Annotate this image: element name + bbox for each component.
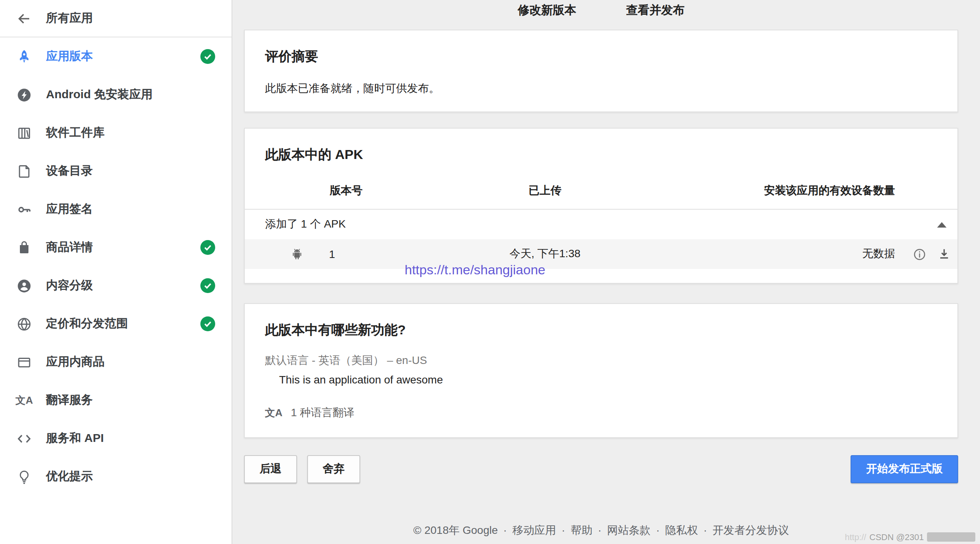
whats-new-title: 此版本中有哪些新功能? [265,321,937,339]
sidebar-item-label: 应用版本 [46,49,200,64]
lightning-icon [16,86,33,103]
review-summary-text: 此版本已准备就绪，随时可供发布。 [265,82,937,96]
sidebar-item-label: 应用签名 [46,202,222,217]
info-icon[interactable] [913,247,926,261]
apk-group-row[interactable]: 添加了 1 个 APK [245,210,957,239]
sidebar-item-label: 应用内商品 [46,355,222,369]
sidebar-item-app-releases[interactable]: 应用版本 [0,37,232,76]
sidebar-item-services-apis[interactable]: 服务和 API [0,419,232,457]
apk-devices-value: 无数据 [642,247,957,261]
sidebar-item-label: 定价和分发范围 [46,316,200,331]
tab-edit-release[interactable]: 修改新版本 [518,3,576,18]
check-icon [200,240,215,255]
sidebar-item-label: 翻译服务 [46,393,222,408]
key-icon [16,201,33,218]
column-header-version: 版本号 [245,184,448,198]
main-content: 修改新版本 查看并发布 评价摘要 此版本已准备就绪，随时可供发布。 此版本中的 … [232,0,980,544]
sidebar-item-artifact-library[interactable]: 软件工件库 [0,114,232,152]
action-bar: 后退 舍弃 开始发布正式版 [244,455,958,483]
apk-table-row: 1 今天, 下午1:38 无数据 [245,239,957,269]
apk-card: 此版本中的 APK 版本号 已上传 安装该应用的有效设备数量 添加了 1 个 A… [244,128,958,284]
column-header-uploaded: 已上传 [448,184,642,198]
apk-version-value: 1 [329,248,335,260]
sidebar-back-all-apps[interactable]: 所有应用 [0,0,232,37]
sidebar-item-label: 商品详情 [46,240,200,255]
store-icon [16,239,33,256]
translations-count-label: 1 种语言翻译 [291,406,354,420]
footer-link-mobile-app[interactable]: 移动应用 [498,524,556,536]
release-notes-text: This is an application of awesome [265,373,937,386]
check-icon [200,49,215,64]
sidebar-item-content-rating[interactable]: 内容分级 [0,267,232,305]
translations-row[interactable]: 文A 1 种语言翻译 [265,404,937,422]
sidebar-item-label: 软件工件库 [46,125,222,140]
whats-new-card: 此版本中有哪些新功能? 默认语言 - 英语（美国） – en-US This i… [244,303,958,438]
discard-button[interactable]: 舍弃 [307,455,360,483]
sidebar: 所有应用 应用版本 Android 免安装应用 软件工件库 设备目 [0,0,232,544]
sidebar-item-optimization-tips[interactable]: 优化提示 [0,457,232,496]
review-summary-card: 评价摘要 此版本已准备就绪，随时可供发布。 [244,30,958,112]
sidebar-item-label: Android 免安装应用 [46,87,222,102]
tab-review-publish[interactable]: 查看并发布 [626,3,685,18]
android-robot-icon [290,247,304,261]
card-icon [16,353,33,371]
footer-link-distribution-agreement[interactable]: 开发者分发协议 [698,524,789,536]
check-icon [200,278,215,293]
apk-uploaded-value: 今天, 下午1:38 [448,247,642,261]
play-console-release-page: 所有应用 应用版本 Android 免安装应用 软件工件库 设备目 [0,0,980,544]
person-icon [16,277,33,294]
back-button[interactable]: 后退 [244,455,297,483]
translate-icon: 文A [265,404,282,422]
device-catalog-icon [16,162,33,180]
library-icon [16,124,33,141]
translate-icon: 文A [16,392,33,409]
rocket-icon [16,48,33,65]
apk-group-label: 添加了 1 个 APK [265,217,346,231]
sidebar-item-label: 设备目录 [46,164,222,178]
code-brackets-icon [16,430,33,447]
apk-card-title: 此版本中的 APK [265,146,937,164]
footer-link-terms[interactable]: 网站条款 [593,524,651,536]
sidebar-item-pricing-distribution[interactable]: 定价和分发范围 [0,305,232,343]
sidebar-item-instant-apps[interactable]: Android 免安装应用 [0,76,232,114]
sidebar-item-app-signing[interactable]: 应用签名 [0,190,232,228]
default-language-label: 默认语言 - 英语（美国） – en-US [265,354,937,368]
sidebar-item-label: 内容分级 [46,278,200,293]
download-icon[interactable] [937,247,951,261]
release-step-tabs: 修改新版本 查看并发布 [244,0,958,22]
sidebar-back-label: 所有应用 [46,11,93,26]
check-icon [200,316,215,331]
back-arrow-icon [16,10,33,27]
sidebar-item-label: 优化提示 [46,469,222,484]
collapse-arrow-icon[interactable] [937,222,946,227]
footer-copyright: © 2018年 Google [413,524,498,536]
apk-table-header: 版本号 已上传 安装该应用的有效设备数量 [245,172,957,210]
csdn-watermark-highlight [927,532,975,542]
sidebar-item-label: 服务和 API [46,431,222,446]
sidebar-item-device-catalog[interactable]: 设备目录 [0,152,232,190]
sidebar-item-in-app-products[interactable]: 应用内商品 [0,343,232,381]
rollout-button[interactable]: 开始发布正式版 [851,455,958,483]
lightbulb-icon [16,468,33,485]
globe-icon [16,315,33,332]
telegram-watermark-link[interactable]: https://t.me/shangjiaone [405,263,545,278]
csdn-watermark-prefix: http:// [845,532,866,542]
review-summary-title: 评价摘要 [265,48,937,65]
sidebar-item-translation-service[interactable]: 文A 翻译服务 [0,381,232,419]
sidebar-item-store-listing[interactable]: 商品详情 [0,228,232,267]
footer-link-privacy[interactable]: 隐私权 [651,524,698,536]
csdn-watermark-text: CSDN @2301 [869,532,924,542]
csdn-watermark: http:// CSDN @2301 [845,532,975,542]
footer-link-help[interactable]: 帮助 [556,524,592,536]
column-header-devices: 安装该应用的有效设备数量 [642,184,957,198]
